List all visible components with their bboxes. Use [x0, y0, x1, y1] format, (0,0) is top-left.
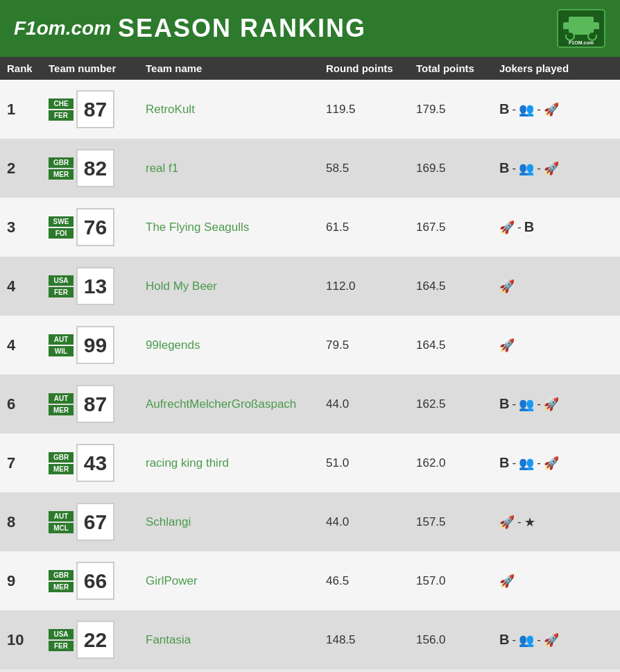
total-points-cell: 167.5 — [416, 221, 499, 234]
round-points-cell: 44.0 — [326, 515, 416, 529]
team-number-cell: AUT MCL 67 — [49, 503, 146, 541]
flag-badge-top: USA — [49, 275, 74, 286]
table-row: 1 CHE FER 87 RetroKult 119.5 179.5 B - 👥… — [0, 80, 620, 139]
joker-sep: - — [537, 456, 541, 470]
team-number-box: 22 — [76, 621, 114, 659]
joker-people-icon: 👥 — [519, 456, 534, 471]
joker-rocket-icon: 🚀 — [544, 397, 559, 412]
flag-box: SWE FOI — [49, 216, 74, 239]
flag-badge-top: AUT — [49, 511, 74, 522]
round-points-cell: 112.0 — [326, 279, 416, 293]
team-number-box: 66 — [76, 562, 114, 600]
joker-sep: - — [517, 221, 522, 234]
joker-sep: - — [512, 456, 516, 470]
col-jokers-played: Jokers played — [499, 62, 610, 74]
table-row: 10 USA FER 22 Fantasia 148.5 156.0 B - 👥… — [0, 610, 620, 669]
flag-badge-top: SWE — [49, 216, 74, 227]
flag-box: AUT MCL — [49, 511, 74, 533]
joker-sep: - — [512, 633, 516, 647]
flag-box: GBR MER — [49, 157, 74, 180]
flag-badge-top: GBR — [49, 452, 74, 463]
joker-star-icon: ★ — [524, 515, 535, 530]
joker-b-icon: B — [499, 101, 509, 117]
table-row: 8 AUT MCL 67 Schlangi 44.0 157.5 🚀 - ★ — [0, 492, 620, 551]
joker-people-icon: 👥 — [519, 397, 534, 412]
team-number-box: 87 — [76, 385, 114, 423]
total-points-cell: 157.0 — [416, 574, 499, 588]
joker-rocket-icon: 🚀 — [499, 515, 515, 530]
flag-badge-bottom: MER — [49, 405, 74, 415]
svg-rect-2 — [569, 17, 594, 25]
svg-rect-6 — [594, 29, 601, 35]
page-title: SEASON RANKING — [118, 14, 366, 43]
rank-cell: 7 — [7, 454, 49, 472]
col-round-points: Round points — [326, 62, 416, 74]
jokers-cell: 🚀 — [499, 279, 610, 294]
joker-rocket-icon: 🚀 — [544, 456, 559, 471]
table-row: 2 GBR MER 82 real f1 58.5 169.5 B - 👥 - … — [0, 139, 620, 198]
flag-badge-bottom: FOI — [49, 228, 74, 239]
rank-cell: 10 — [7, 631, 49, 649]
flag-box: AUT MER — [49, 393, 74, 415]
flag-badge-top: CHE — [49, 98, 74, 109]
col-total-points: Total points — [416, 62, 499, 74]
jokers-cell: B - 👥 - 🚀 — [499, 101, 610, 117]
team-number-cell: AUT WIL 99 — [49, 326, 146, 364]
flag-badge-bottom: MER — [49, 582, 74, 592]
flag-badge-top: USA — [49, 629, 74, 639]
rank-cell: 9 — [7, 572, 49, 590]
rank-cell: 4 — [7, 336, 49, 354]
joker-people-icon: 👥 — [519, 102, 534, 117]
round-points-cell: 51.0 — [326, 456, 416, 470]
flag-badge-top: AUT — [49, 393, 74, 404]
flag-badge-bottom: MER — [49, 169, 74, 180]
column-headers: Rank Team number Team name Round points … — [0, 57, 620, 80]
table-row: 4 AUT WIL 99 99legends 79.5 164.5 🚀 — [0, 316, 620, 374]
flag-box: AUT WIL — [49, 334, 74, 356]
team-number-cell: USA FER 22 — [49, 621, 146, 659]
flag-badge-bottom: FER — [49, 110, 74, 121]
joker-b-icon: B — [499, 396, 509, 412]
header-icon: F1OM.com — [556, 8, 606, 49]
total-points-cell: 162.0 — [416, 456, 499, 470]
team-number-box: 76 — [76, 208, 114, 246]
team-name-cell: AufrechtMelcherGroßaspach — [146, 397, 326, 411]
joker-people-icon: 👥 — [519, 161, 534, 176]
team-name-cell: Hold My Beer — [146, 279, 326, 293]
joker-rocket-icon: 🚀 — [499, 220, 515, 235]
main-container: F1om.com SEASON RANKING F1OM.com Rank Te… — [0, 0, 620, 669]
flag-badge-top: GBR — [49, 570, 74, 580]
team-number-box: 99 — [76, 326, 114, 364]
flag-box: USA FER — [49, 275, 74, 298]
total-points-cell: 157.5 — [416, 515, 499, 529]
team-number-cell: SWE FOI 76 — [49, 208, 146, 246]
flag-badge-top: GBR — [49, 157, 74, 168]
rankings-table: 1 CHE FER 87 RetroKult 119.5 179.5 B - 👥… — [0, 80, 620, 669]
team-name-cell: 99legends — [146, 338, 326, 352]
rank-cell: 4 — [7, 277, 49, 295]
flag-badge-bottom: WIL — [49, 346, 74, 356]
col-team-number: Team number — [49, 62, 146, 74]
table-row: 9 GBR MER 66 GirlPower 46.5 157.0 🚀 — [0, 551, 620, 610]
f1om-logo-icon: F1OM.com — [556, 8, 606, 49]
flag-box: CHE FER — [49, 98, 74, 121]
joker-rocket-icon: 🚀 — [499, 338, 515, 353]
total-points-cell: 164.5 — [416, 338, 499, 352]
svg-text:F1OM.com: F1OM.com — [569, 40, 594, 45]
col-rank: Rank — [7, 62, 49, 74]
team-number-cell: GBR MER 43 — [49, 444, 146, 482]
joker-sep: - — [512, 162, 516, 175]
round-points-cell: 58.5 — [326, 162, 416, 175]
flag-badge-bottom: FER — [49, 287, 74, 298]
team-name-cell: Fantasia — [146, 633, 326, 647]
team-number-cell: USA FER 13 — [49, 267, 146, 305]
jokers-cell: B - 👥 - 🚀 — [499, 455, 610, 471]
team-name-cell: real f1 — [146, 162, 326, 175]
table-row: 3 SWE FOI 76 The Flying Seagulls 61.5 16… — [0, 198, 620, 257]
team-number-box: 87 — [76, 90, 114, 128]
flag-badge-bottom: MCL — [49, 523, 74, 533]
flag-badge-bottom: MER — [49, 464, 74, 474]
team-name-cell: RetroKult — [146, 103, 326, 117]
joker-sep: - — [537, 633, 541, 647]
jokers-cell: 🚀 — [499, 574, 610, 589]
